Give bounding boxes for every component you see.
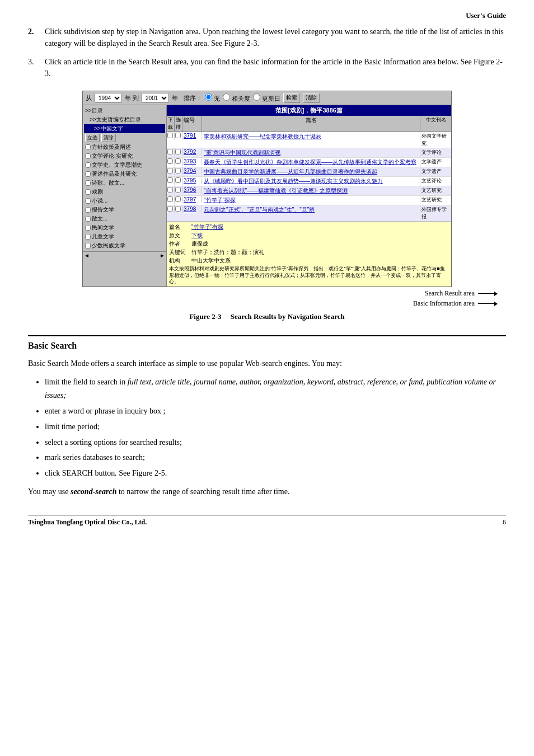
result-6-dl[interactable] — [167, 186, 175, 194]
nav-item-poetry[interactable]: 诗歌、散文... — [84, 179, 165, 187]
nav-item-catalog2[interactable]: >>文史哲编专栏目录 — [84, 115, 165, 124]
result-3-dl[interactable] — [167, 158, 175, 166]
sel-check-7[interactable] — [175, 196, 181, 202]
nav-item-ethnic[interactable]: 少数民族文学 — [84, 241, 165, 250]
result-1-dl[interactable] — [167, 132, 175, 140]
result-2-num[interactable]: 3792 — [182, 148, 202, 156]
result-5-dl[interactable] — [167, 177, 175, 185]
radio-newest-label: 更新日 — [253, 93, 280, 103]
to-year-select[interactable]: 200120002002 — [142, 93, 169, 103]
nav-item-drama[interactable]: 戏剧 — [84, 187, 165, 196]
radio-newest[interactable] — [253, 93, 260, 101]
dl-check-7[interactable] — [167, 196, 173, 202]
nav-item-history[interactable]: 文学史、文学思潮史 — [84, 161, 165, 170]
search-button[interactable]: 检索 — [283, 93, 300, 103]
result-5-title[interactable]: 从《绒顾哔》看中国话剧及其友展趋势——兼谈现实主义戏剧的永久魅力 — [202, 177, 420, 186]
result-7-sel[interactable] — [175, 196, 182, 204]
result-4-title[interactable]: 中国古典娱曲目录学的新进展——从近年几部娱曲目录著作的得失谈起 — [202, 167, 420, 176]
page-footer: Tsinghua Tongfang Optical Disc Co., Ltd.… — [28, 515, 506, 527]
from-label: 从 — [86, 94, 92, 102]
nav-item-folk[interactable]: 民间文学 — [84, 223, 165, 232]
basic-search-intro: Basic Search Mode offers a search interf… — [28, 358, 506, 370]
info-title-value[interactable]: "竹竿子"有探 — [191, 223, 223, 231]
info-org-row: 机构 中山大学中文系 — [169, 257, 449, 265]
sel-check-6[interactable] — [175, 187, 181, 192]
result-5-num[interactable]: 3795 — [182, 177, 202, 184]
checkbox-reportage[interactable] — [85, 207, 91, 213]
dl-check-4[interactable] — [167, 168, 173, 173]
checkbox-history[interactable] — [85, 162, 91, 168]
result-6-sel[interactable] — [175, 186, 182, 194]
checkbox-novel[interactable] — [85, 198, 91, 204]
checkbox-works[interactable] — [85, 171, 91, 177]
result-7-num[interactable]: 3797 — [182, 196, 202, 203]
bullet-5: mark series databases to search; — [45, 451, 506, 464]
from-year-select[interactable]: 199419931995 — [95, 93, 122, 103]
sel-check-3[interactable] — [175, 158, 181, 164]
nav-item-catalog[interactable]: >>目录 — [84, 106, 165, 115]
result-8-sel[interactable] — [175, 205, 182, 213]
info-source-value[interactable]: 下载 — [191, 232, 203, 240]
checkbox-folk[interactable] — [85, 225, 91, 231]
dl-check-5[interactable] — [167, 177, 173, 183]
result-2-sel[interactable] — [175, 148, 182, 156]
sel-check-5[interactable] — [175, 177, 181, 183]
result-6-num[interactable]: 3796 — [182, 186, 202, 194]
result-1-journal: 外国文学研究 — [420, 132, 451, 148]
sel-check-4[interactable] — [175, 168, 181, 173]
checkbox-criticism[interactable] — [85, 153, 91, 159]
step-3-num: 3. — [28, 56, 45, 79]
dl-check-3[interactable] — [167, 158, 173, 164]
result-6-journal: 文艺研究 — [420, 186, 451, 195]
result-3-title[interactable]: 聂春天《留学生创作以光彷》杂剧本单健发探索——从先传故事到通俗文学的个案考察 — [202, 158, 420, 167]
step-2: 2. Click subdivision step by step in Nav… — [28, 26, 506, 49]
result-8-dl[interactable] — [167, 205, 175, 213]
result-8-num[interactable]: 3798 — [182, 205, 202, 213]
checkbox-ethnic[interactable] — [85, 243, 91, 248]
info-author-label: 作者 — [169, 240, 189, 248]
result-8-title[interactable]: 元杂剧之"正式"、"正旦"与南戏之"生"、"旦"辨 — [202, 205, 420, 214]
result-3-num[interactable]: 3793 — [182, 158, 202, 165]
checkbox-prose[interactable] — [85, 216, 91, 222]
nav-item-reportage[interactable]: 报告文学 — [84, 205, 165, 214]
result-2-dl[interactable] — [167, 148, 175, 156]
result-4-sel[interactable] — [175, 167, 182, 175]
ui-left-panel: >>目录 >>文史哲编专栏目录 >>中国文字 立选 清除 方针政策及阐述 文学评… — [83, 105, 167, 287]
checkbox-policy[interactable] — [85, 144, 91, 150]
checkbox-drama[interactable] — [85, 189, 91, 195]
result-1-sel[interactable] — [175, 132, 182, 140]
nav-select-btn[interactable]: 立选 — [85, 134, 100, 142]
dl-check-2[interactable] — [167, 149, 173, 154]
result-2-title[interactable]: "重"意识与中国现代戏剧新演视 — [202, 148, 420, 157]
nav-item-chinese[interactable]: >>中国文字 — [84, 124, 165, 133]
nav-item-novel[interactable]: 小说... — [84, 196, 165, 205]
radio-none[interactable] — [205, 93, 212, 101]
sel-check-8[interactable] — [175, 206, 181, 212]
result-7-title[interactable]: "竹竿子"探探 — [202, 196, 420, 205]
result-4-num[interactable]: 3794 — [182, 167, 202, 175]
result-3-sel[interactable] — [175, 158, 182, 166]
dl-check-8[interactable] — [167, 206, 173, 212]
sel-check-2[interactable] — [175, 149, 181, 154]
nav-item-policy[interactable]: 方针政策及阐述 — [84, 143, 165, 152]
checkbox-children[interactable] — [85, 234, 91, 240]
result-5-sel[interactable] — [175, 177, 182, 185]
result-4-dl[interactable] — [167, 167, 175, 175]
result-1-num[interactable]: 3791 — [182, 132, 202, 139]
result-1-title[interactable]: 季羡林和戏剧研究——纪念季羡林教授九十诞辰 — [202, 132, 420, 141]
result-7-dl[interactable] — [167, 196, 175, 204]
nav-item-children[interactable]: 儿童文学 — [84, 232, 165, 241]
clear-button[interactable]: 清除 — [303, 93, 320, 103]
sel-check-1[interactable] — [175, 133, 181, 138]
dl-check-1[interactable] — [167, 133, 173, 138]
col-header-title: 篇名 — [202, 116, 420, 132]
nav-item-prose[interactable]: 散文... — [84, 214, 165, 223]
nav-item-criticism[interactable]: 文学评论;实研究 — [84, 152, 165, 161]
search-result-annotation: Search Result area — [425, 289, 495, 298]
dl-check-6[interactable] — [167, 187, 173, 192]
radio-related[interactable] — [223, 93, 230, 101]
checkbox-poetry[interactable] — [85, 180, 91, 186]
result-6-title[interactable]: "自将着光认刮纸"——福建莆仙戏《引证救恩》之原型探测 — [202, 186, 420, 195]
nav-item-works[interactable]: 著述作品及其研究 — [84, 170, 165, 179]
nav-clear-btn[interactable]: 清除 — [101, 134, 116, 142]
